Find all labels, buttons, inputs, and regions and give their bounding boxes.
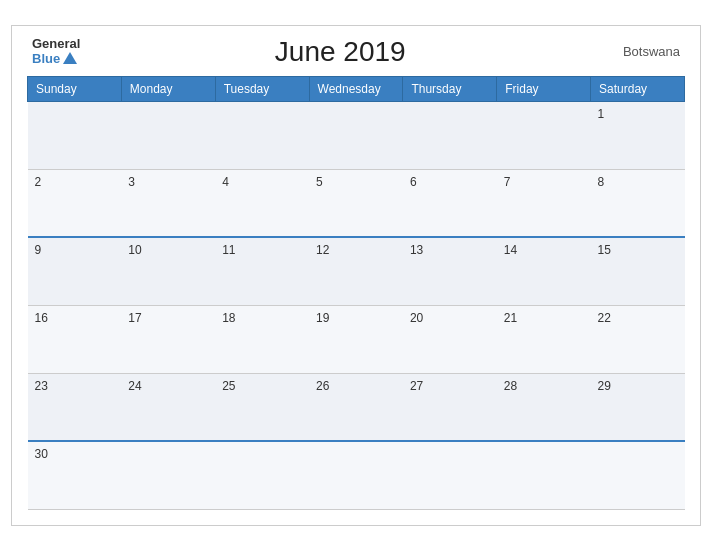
calendar-day-cell [497, 101, 591, 169]
calendar-day-cell: 14 [497, 237, 591, 305]
calendar-day-cell: 22 [591, 305, 685, 373]
calendar-day-cell: 20 [403, 305, 497, 373]
calendar-day-cell: 9 [28, 237, 122, 305]
calendar-day-cell: 12 [309, 237, 403, 305]
calendar-day-cell: 26 [309, 373, 403, 441]
calendar-day-cell [403, 101, 497, 169]
day-number: 30 [35, 447, 48, 461]
calendar-day-cell: 29 [591, 373, 685, 441]
day-number: 16 [35, 311, 48, 325]
logo-triangle-icon [63, 52, 77, 64]
header-friday: Friday [497, 76, 591, 101]
day-number: 26 [316, 379, 329, 393]
calendar-day-cell: 7 [497, 169, 591, 237]
day-number: 28 [504, 379, 517, 393]
day-number: 19 [316, 311, 329, 325]
calendar-day-cell: 15 [591, 237, 685, 305]
day-number: 24 [128, 379, 141, 393]
calendar-day-cell: 10 [121, 237, 215, 305]
day-number: 3 [128, 175, 135, 189]
calendar-day-cell: 13 [403, 237, 497, 305]
calendar-day-cell: 6 [403, 169, 497, 237]
header-monday: Monday [121, 76, 215, 101]
calendar-day-cell: 3 [121, 169, 215, 237]
calendar-day-cell: 4 [215, 169, 309, 237]
calendar-day-cell [403, 441, 497, 509]
day-number: 21 [504, 311, 517, 325]
day-number: 8 [598, 175, 605, 189]
calendar-week-row: 9101112131415 [28, 237, 685, 305]
day-number: 20 [410, 311, 423, 325]
day-number: 9 [35, 243, 42, 257]
day-number: 6 [410, 175, 417, 189]
country-label: Botswana [600, 44, 680, 59]
calendar-day-cell [215, 441, 309, 509]
day-number: 12 [316, 243, 329, 257]
day-number: 13 [410, 243, 423, 257]
calendar-day-cell: 5 [309, 169, 403, 237]
calendar-header: General Blue June 2019 Botswana [27, 36, 685, 68]
logo-general-text: General [32, 37, 80, 51]
calendar-day-cell: 30 [28, 441, 122, 509]
calendar-week-row: 23242526272829 [28, 373, 685, 441]
calendar-day-cell [121, 441, 215, 509]
calendar-title: June 2019 [80, 36, 600, 68]
calendar-week-row: 16171819202122 [28, 305, 685, 373]
logo-blue-text: Blue [32, 52, 60, 66]
day-number: 14 [504, 243, 517, 257]
day-number: 18 [222, 311, 235, 325]
calendar-day-cell: 2 [28, 169, 122, 237]
calendar-day-cell: 1 [591, 101, 685, 169]
weekday-header-row: Sunday Monday Tuesday Wednesday Thursday… [28, 76, 685, 101]
calendar-day-cell: 23 [28, 373, 122, 441]
calendar-day-cell [215, 101, 309, 169]
header-sunday: Sunday [28, 76, 122, 101]
day-number: 11 [222, 243, 235, 257]
day-number: 17 [128, 311, 141, 325]
day-number: 10 [128, 243, 141, 257]
calendar-day-cell: 21 [497, 305, 591, 373]
calendar-day-cell [309, 441, 403, 509]
calendar-day-cell: 11 [215, 237, 309, 305]
day-number: 29 [598, 379, 611, 393]
calendar-week-row: 2345678 [28, 169, 685, 237]
calendar-day-cell: 25 [215, 373, 309, 441]
calendar-day-cell: 17 [121, 305, 215, 373]
day-number: 4 [222, 175, 229, 189]
header-wednesday: Wednesday [309, 76, 403, 101]
calendar-day-cell: 19 [309, 305, 403, 373]
day-number: 2 [35, 175, 42, 189]
calendar-day-cell: 27 [403, 373, 497, 441]
day-number: 1 [598, 107, 605, 121]
calendar-day-cell [497, 441, 591, 509]
calendar-day-cell: 18 [215, 305, 309, 373]
calendar-day-cell: 8 [591, 169, 685, 237]
calendar-day-cell: 28 [497, 373, 591, 441]
day-number: 23 [35, 379, 48, 393]
day-number: 15 [598, 243, 611, 257]
header-saturday: Saturday [591, 76, 685, 101]
day-number: 22 [598, 311, 611, 325]
logo: General Blue [32, 37, 80, 66]
calendar-day-cell [28, 101, 122, 169]
header-tuesday: Tuesday [215, 76, 309, 101]
calendar-week-row: 1 [28, 101, 685, 169]
day-number: 7 [504, 175, 511, 189]
calendar-day-cell [309, 101, 403, 169]
calendar-week-row: 30 [28, 441, 685, 509]
calendar-grid: Sunday Monday Tuesday Wednesday Thursday… [27, 76, 685, 510]
calendar-day-cell: 16 [28, 305, 122, 373]
calendar-day-cell [591, 441, 685, 509]
day-number: 27 [410, 379, 423, 393]
header-thursday: Thursday [403, 76, 497, 101]
day-number: 25 [222, 379, 235, 393]
day-number: 5 [316, 175, 323, 189]
calendar-day-cell [121, 101, 215, 169]
calendar-day-cell: 24 [121, 373, 215, 441]
calendar-container: General Blue June 2019 Botswana Sunday M… [11, 25, 701, 526]
